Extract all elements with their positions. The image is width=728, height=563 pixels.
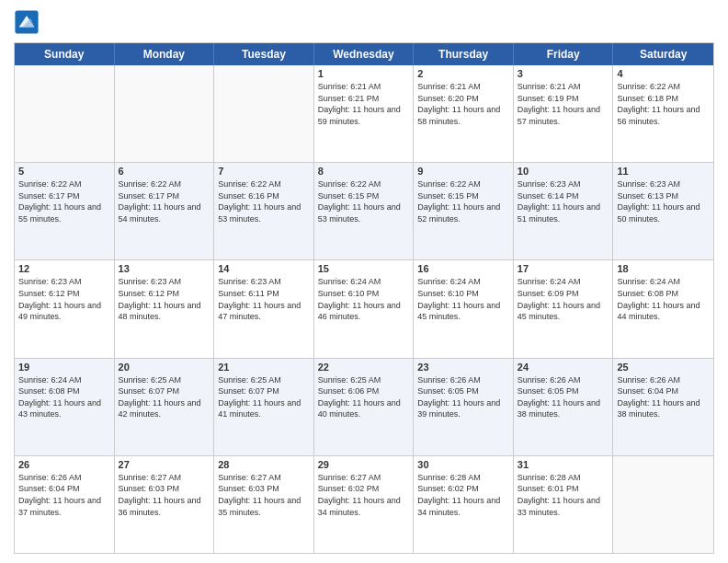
day-cell-2: 2Sunrise: 6:21 AM Sunset: 6:20 PM Daylig… (414, 65, 514, 162)
day-cell-6: 6Sunrise: 6:22 AM Sunset: 6:17 PM Daylig… (115, 163, 215, 259)
day-number: 7 (218, 166, 310, 177)
day-info: Sunrise: 6:26 AM Sunset: 6:04 PM Dayligh… (18, 472, 110, 518)
day-cell-31: 31Sunrise: 6:28 AM Sunset: 6:01 PM Dayli… (514, 456, 614, 553)
day-info: Sunrise: 6:26 AM Sunset: 6:05 PM Dayligh… (518, 374, 609, 420)
weekday-header-sunday: Sunday (15, 43, 115, 65)
day-info: Sunrise: 6:22 AM Sunset: 6:17 PM Dayligh… (18, 178, 110, 224)
day-number: 20 (119, 362, 210, 373)
calendar-row: 19Sunrise: 6:24 AM Sunset: 6:08 PM Dayli… (15, 358, 713, 455)
day-cell-8: 8Sunrise: 6:22 AM Sunset: 6:15 PM Daylig… (314, 163, 415, 259)
day-number: 16 (417, 263, 509, 274)
day-info: Sunrise: 6:23 AM Sunset: 6:12 PM Dayligh… (119, 276, 210, 322)
day-cell-28: 28Sunrise: 6:27 AM Sunset: 6:03 PM Dayli… (214, 456, 314, 553)
day-number: 12 (18, 263, 110, 274)
day-info: Sunrise: 6:25 AM Sunset: 6:06 PM Dayligh… (318, 374, 410, 420)
calendar: SundayMondayTuesdayWednesdayThursdayFrid… (14, 42, 714, 554)
logo-icon (14, 9, 40, 35)
day-cell-18: 18Sunrise: 6:24 AM Sunset: 6:08 PM Dayli… (613, 260, 713, 357)
day-cell-20: 20Sunrise: 6:25 AM Sunset: 6:07 PM Dayli… (115, 359, 215, 455)
day-number: 18 (617, 263, 710, 274)
weekday-header-wednesday: Wednesday (314, 43, 415, 65)
day-info: Sunrise: 6:24 AM Sunset: 6:10 PM Dayligh… (318, 276, 410, 322)
day-info: Sunrise: 6:22 AM Sunset: 6:16 PM Dayligh… (218, 178, 310, 224)
day-info: Sunrise: 6:22 AM Sunset: 6:15 PM Dayligh… (417, 178, 509, 224)
day-info: Sunrise: 6:26 AM Sunset: 6:05 PM Dayligh… (417, 374, 509, 420)
day-number: 19 (18, 362, 110, 373)
day-number: 5 (18, 166, 110, 177)
day-number: 21 (218, 362, 310, 373)
day-cell-30: 30Sunrise: 6:28 AM Sunset: 6:02 PM Dayli… (414, 456, 514, 553)
day-number: 3 (518, 68, 609, 79)
day-info: Sunrise: 6:25 AM Sunset: 6:07 PM Dayligh… (119, 374, 210, 420)
calendar-header: SundayMondayTuesdayWednesdayThursdayFrid… (15, 43, 713, 65)
calendar-row: 26Sunrise: 6:26 AM Sunset: 6:04 PM Dayli… (15, 455, 713, 553)
day-info: Sunrise: 6:23 AM Sunset: 6:14 PM Dayligh… (518, 178, 609, 224)
page: SundayMondayTuesdayWednesdayThursdayFrid… (0, 0, 728, 563)
day-number: 11 (617, 166, 710, 177)
day-info: Sunrise: 6:27 AM Sunset: 6:03 PM Dayligh… (119, 472, 210, 518)
day-number: 4 (617, 68, 710, 79)
weekday-header-thursday: Thursday (414, 43, 514, 65)
day-info: Sunrise: 6:26 AM Sunset: 6:04 PM Dayligh… (617, 374, 710, 420)
empty-cell (214, 65, 314, 162)
day-info: Sunrise: 6:21 AM Sunset: 6:21 PM Dayligh… (318, 81, 410, 127)
day-number: 15 (318, 263, 410, 274)
day-cell-12: 12Sunrise: 6:23 AM Sunset: 6:12 PM Dayli… (15, 260, 115, 357)
day-number: 6 (119, 166, 210, 177)
day-number: 24 (518, 362, 609, 373)
day-number: 14 (218, 263, 310, 274)
day-info: Sunrise: 6:21 AM Sunset: 6:20 PM Dayligh… (417, 81, 509, 127)
day-info: Sunrise: 6:25 AM Sunset: 6:07 PM Dayligh… (218, 374, 310, 420)
header (14, 9, 714, 35)
day-cell-25: 25Sunrise: 6:26 AM Sunset: 6:04 PM Dayli… (613, 359, 713, 455)
calendar-body: 1Sunrise: 6:21 AM Sunset: 6:21 PM Daylig… (15, 65, 713, 553)
calendar-row: 12Sunrise: 6:23 AM Sunset: 6:12 PM Dayli… (15, 259, 713, 357)
weekday-header-saturday: Saturday (613, 43, 713, 65)
day-number: 29 (318, 459, 410, 470)
day-number: 22 (318, 362, 410, 373)
day-number: 25 (617, 362, 710, 373)
day-cell-27: 27Sunrise: 6:27 AM Sunset: 6:03 PM Dayli… (115, 456, 215, 553)
day-info: Sunrise: 6:22 AM Sunset: 6:18 PM Dayligh… (617, 81, 710, 127)
day-info: Sunrise: 6:24 AM Sunset: 6:08 PM Dayligh… (18, 374, 110, 420)
day-cell-17: 17Sunrise: 6:24 AM Sunset: 6:09 PM Dayli… (514, 260, 614, 357)
weekday-header-monday: Monday (115, 43, 215, 65)
day-cell-16: 16Sunrise: 6:24 AM Sunset: 6:10 PM Dayli… (414, 260, 514, 357)
weekday-header-friday: Friday (514, 43, 614, 65)
day-info: Sunrise: 6:24 AM Sunset: 6:08 PM Dayligh… (617, 276, 710, 322)
day-number: 9 (417, 166, 509, 177)
day-cell-22: 22Sunrise: 6:25 AM Sunset: 6:06 PM Dayli… (314, 359, 415, 455)
day-cell-10: 10Sunrise: 6:23 AM Sunset: 6:14 PM Dayli… (514, 163, 614, 259)
day-number: 27 (119, 459, 210, 470)
day-cell-24: 24Sunrise: 6:26 AM Sunset: 6:05 PM Dayli… (514, 359, 614, 455)
logo (14, 9, 43, 35)
day-info: Sunrise: 6:22 AM Sunset: 6:15 PM Dayligh… (318, 178, 410, 224)
day-info: Sunrise: 6:24 AM Sunset: 6:09 PM Dayligh… (518, 276, 609, 322)
day-cell-9: 9Sunrise: 6:22 AM Sunset: 6:15 PM Daylig… (414, 163, 514, 259)
day-info: Sunrise: 6:22 AM Sunset: 6:17 PM Dayligh… (119, 178, 210, 224)
day-info: Sunrise: 6:28 AM Sunset: 6:02 PM Dayligh… (417, 472, 509, 518)
day-cell-13: 13Sunrise: 6:23 AM Sunset: 6:12 PM Dayli… (115, 260, 215, 357)
day-number: 17 (518, 263, 609, 274)
day-number: 1 (318, 68, 410, 79)
day-number: 8 (318, 166, 410, 177)
weekday-header-tuesday: Tuesday (214, 43, 314, 65)
empty-cell (15, 65, 115, 162)
day-info: Sunrise: 6:23 AM Sunset: 6:13 PM Dayligh… (617, 178, 710, 224)
day-number: 31 (518, 459, 609, 470)
day-cell-21: 21Sunrise: 6:25 AM Sunset: 6:07 PM Dayli… (214, 359, 314, 455)
day-cell-26: 26Sunrise: 6:26 AM Sunset: 6:04 PM Dayli… (15, 456, 115, 553)
day-number: 23 (417, 362, 509, 373)
day-info: Sunrise: 6:28 AM Sunset: 6:01 PM Dayligh… (518, 472, 609, 518)
day-info: Sunrise: 6:23 AM Sunset: 6:12 PM Dayligh… (18, 276, 110, 322)
empty-cell (115, 65, 215, 162)
day-number: 10 (518, 166, 609, 177)
day-number: 13 (119, 263, 210, 274)
empty-cell (613, 456, 713, 553)
day-number: 2 (417, 68, 509, 79)
day-cell-3: 3Sunrise: 6:21 AM Sunset: 6:19 PM Daylig… (514, 65, 614, 162)
day-number: 30 (417, 459, 509, 470)
day-cell-11: 11Sunrise: 6:23 AM Sunset: 6:13 PM Dayli… (613, 163, 713, 259)
calendar-row: 1Sunrise: 6:21 AM Sunset: 6:21 PM Daylig… (15, 65, 713, 162)
day-cell-4: 4Sunrise: 6:22 AM Sunset: 6:18 PM Daylig… (613, 65, 713, 162)
